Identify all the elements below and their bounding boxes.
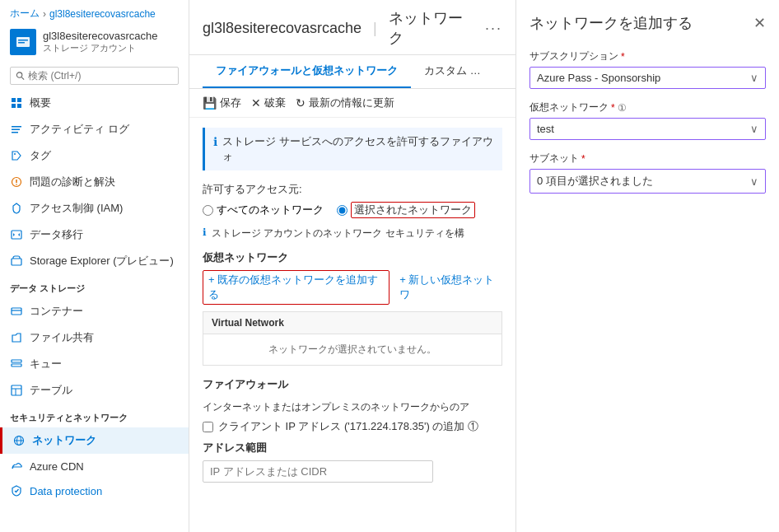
breadcrumb-home[interactable]: ホーム xyxy=(10,7,40,21)
svg-rect-22 xyxy=(12,385,21,395)
sidebar-storage-explorer-label: Storage Explorer (プレビュー) xyxy=(30,254,174,268)
sidebar-item-azure-cdn[interactable]: Azure CDN xyxy=(0,454,189,478)
sidebar-networking-label: ネットワーク xyxy=(32,433,96,448)
tab-firewall[interactable]: ファイアウォールと仮想ネットワーク xyxy=(203,55,411,88)
sidebar-item-tags[interactable]: タグ xyxy=(0,142,189,169)
sidebar-item-file-share[interactable]: ファイル共有 xyxy=(0,324,189,351)
vnet-section-title: 仮想ネットワーク xyxy=(203,250,502,265)
ip-input[interactable] xyxy=(203,460,433,483)
resource-name: gl3l8esiterecovasrcache xyxy=(43,30,157,42)
sidebar-item-access-control[interactable]: アクセス制御 (IAM) xyxy=(0,195,189,222)
svg-rect-18 xyxy=(12,308,21,315)
search-input[interactable] xyxy=(28,70,173,82)
vnet-info-icon: ① xyxy=(618,102,627,114)
breadcrumb-resource[interactable]: gl3l8esiterecovasrcache xyxy=(49,8,156,20)
add-new-vnet-button[interactable]: + 新しい仮想ネットワ xyxy=(399,273,502,302)
resource-name-header: gl3l8esiterecovasrcache xyxy=(203,20,362,37)
container-icon xyxy=(10,305,23,318)
table-header: Virtual Network xyxy=(203,312,501,334)
search-box[interactable] xyxy=(10,67,179,85)
overview-icon xyxy=(10,96,23,110)
sidebar-item-table[interactable]: テーブル xyxy=(0,377,189,404)
resource-header: gl3l8esiterecovasrcache ストレージ アカウント xyxy=(0,24,189,62)
subnet-select[interactable]: 0 項目が選択されました ∨ xyxy=(529,169,766,194)
right-panel: ネットワークを追加する ✕ サブスクリプション * Azure Pass - S… xyxy=(515,0,779,532)
sidebar-data-migration-label: データ移行 xyxy=(30,227,83,242)
breadcrumb: ホーム › gl3l8esiterecovasrcache xyxy=(0,0,189,24)
sidebar-item-diagnose[interactable]: 問題の診断と解決 xyxy=(0,169,189,195)
client-ip-checkbox[interactable] xyxy=(203,422,213,432)
client-ip-checkbox-row[interactable]: クライアント IP アドレス ('171.224.178.35') の追加 ① xyxy=(203,419,502,434)
selected-network-label: 選択されたネットワーク xyxy=(351,202,475,218)
section-data-storage: データ ストレージ xyxy=(0,274,189,298)
refresh-label: 最新の情報に更新 xyxy=(309,96,394,110)
access-control-icon xyxy=(10,202,23,215)
vnet-form-group: 仮想ネットワーク * ① test ∨ xyxy=(529,100,766,140)
access-label: 許可するアクセス元: xyxy=(203,182,502,197)
info-banner: ℹ ストレージ サービスへのアクセスを許可するファイアウォ xyxy=(203,128,502,170)
networking-icon xyxy=(12,434,26,447)
sidebar-queue-label: キュー xyxy=(30,357,62,371)
svg-rect-20 xyxy=(12,360,21,362)
file-share-icon xyxy=(10,331,23,344)
table-icon xyxy=(10,384,23,397)
search-icon xyxy=(16,71,25,81)
activity-log-icon xyxy=(10,123,23,136)
svg-rect-10 xyxy=(12,129,20,131)
svg-point-3 xyxy=(16,72,21,77)
sidebar-item-overview[interactable]: 概要 xyxy=(0,90,189,116)
vnet-action-row: + 既存の仮想ネットワークを追加する + 新しい仮想ネットワ xyxy=(203,270,502,305)
sidebar: ホーム › gl3l8esiterecovasrcache gl3l8esite… xyxy=(0,0,189,532)
radio-group-access: すべてのネットワーク 選択されたネットワーク xyxy=(203,202,502,218)
info-banner-text: ストレージ サービスへのアクセスを許可するファイアウォ xyxy=(222,134,494,164)
firewall-desc: インターネットまたはオンプレミスのネットワークからのア xyxy=(203,400,502,414)
sidebar-item-activity-log[interactable]: アクティビティ ログ xyxy=(0,116,189,142)
table-empty-message: ネットワークが選択されていません。 xyxy=(203,334,501,365)
discard-button[interactable]: ✕ 破棄 xyxy=(251,96,286,110)
svg-rect-5 xyxy=(12,98,16,102)
svg-rect-11 xyxy=(12,132,18,133)
close-panel-button[interactable]: ✕ xyxy=(753,14,766,32)
radio-all-input[interactable] xyxy=(203,205,213,216)
discard-icon: ✕ xyxy=(251,96,261,110)
network-info-sub: ℹ ストレージ アカウントのネットワーク セキュリティを構 xyxy=(203,226,502,240)
add-existing-label: + 既存の仮想ネットワークを追加する xyxy=(208,273,384,302)
sidebar-item-queue[interactable]: キュー xyxy=(0,351,189,377)
subscription-select[interactable]: Azure Pass - Sponsorship ∨ xyxy=(529,67,766,89)
vnet-select[interactable]: test ∨ xyxy=(529,118,766,140)
sidebar-item-networking[interactable]: ネットワーク xyxy=(0,427,189,454)
svg-point-12 xyxy=(14,153,16,155)
toolbar: 💾 保存 ✕ 破棄 ↻ 最新の情報に更新 xyxy=(189,89,515,118)
tab-custom[interactable]: カスタム ドメ xyxy=(411,55,502,88)
vnet-label: 仮想ネットワーク * ① xyxy=(529,100,766,114)
sidebar-item-data-protection[interactable]: Data protection xyxy=(0,478,189,503)
radio-selected-networks[interactable]: 選択されたネットワーク xyxy=(337,202,475,218)
sidebar-data-protection-label: Data protection xyxy=(30,485,102,497)
svg-rect-2 xyxy=(18,42,25,44)
discard-label: 破棄 xyxy=(264,96,286,110)
info-icon: ℹ xyxy=(213,135,217,148)
svg-rect-17 xyxy=(12,259,21,265)
svg-rect-16 xyxy=(12,231,21,239)
sidebar-iam-label: アクセス制御 (IAM) xyxy=(30,201,123,216)
subnet-chevron-icon: ∨ xyxy=(750,175,758,188)
subnet-required: * xyxy=(581,153,585,165)
svg-rect-6 xyxy=(17,98,21,102)
sidebar-item-container[interactable]: コンテナー xyxy=(0,298,189,324)
subscription-label: サブスクリプション * xyxy=(529,49,766,63)
radio-selected-input[interactable] xyxy=(337,205,348,216)
add-existing-vnet-button[interactable]: + 既存の仮想ネットワークを追加する xyxy=(203,270,390,305)
sidebar-item-data-migration[interactable]: データ移行 xyxy=(0,222,189,248)
header-sep: | xyxy=(373,20,377,37)
add-new-label: + 新しい仮想ネットワ xyxy=(399,273,502,302)
refresh-button[interactable]: ↻ 最新の情報に更新 xyxy=(296,96,394,110)
more-options-button[interactable]: ··· xyxy=(485,20,502,37)
radio-all-networks[interactable]: すべてのネットワーク xyxy=(203,203,324,217)
subscription-chevron-icon: ∨ xyxy=(750,72,758,84)
sidebar-cdn-label: Azure CDN xyxy=(30,460,84,473)
save-button[interactable]: 💾 保存 xyxy=(203,96,241,110)
page-header: gl3l8esiterecovasrcache | ネットワーク ··· xyxy=(189,0,515,55)
sidebar-diagnose-label: 問題の診断と解決 xyxy=(30,175,115,189)
vnet-chevron-icon: ∨ xyxy=(750,123,758,135)
sidebar-item-storage-explorer[interactable]: Storage Explorer (プレビュー) xyxy=(0,248,189,274)
